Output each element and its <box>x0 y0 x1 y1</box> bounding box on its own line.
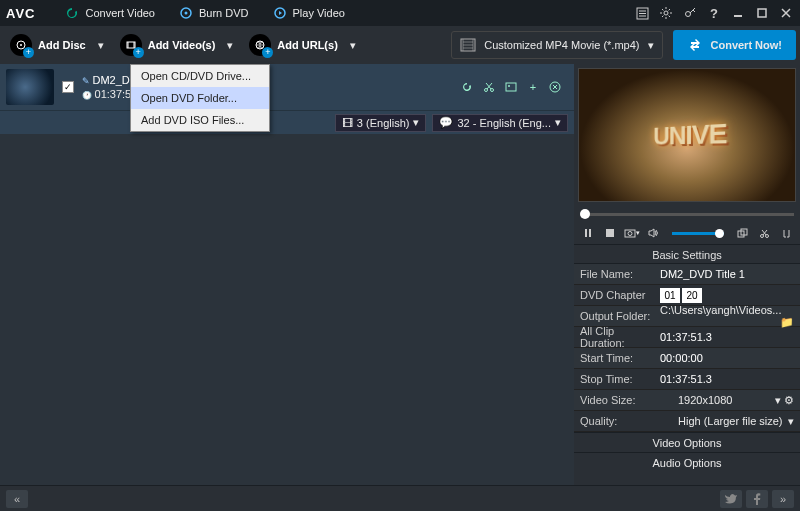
pause-button[interactable] <box>580 225 596 241</box>
expand-right-button[interactable]: » <box>772 490 794 508</box>
setting-row-duration: All Clip Duration:01:37:51.3 <box>574 327 800 348</box>
video-track-selector[interactable]: 🎞 3 (English) ▾ <box>335 114 427 132</box>
minimize-button[interactable] <box>730 5 746 21</box>
tab-play-video[interactable]: Play Video <box>261 0 357 26</box>
chapter-from-input[interactable]: 01 <box>660 288 680 303</box>
button-label: Add URL(s) <box>277 39 338 51</box>
menu-add-dvd-iso[interactable]: Add DVD ISO Files... <box>131 109 269 131</box>
dropdown-icon[interactable]: ▾ <box>348 40 358 50</box>
dropdown-icon: ▾ <box>648 39 654 52</box>
detach-preview-icon[interactable] <box>734 225 750 241</box>
remove-item-icon[interactable] <box>548 80 562 94</box>
video-options-toggle[interactable]: Video Options <box>574 432 800 452</box>
facebook-icon[interactable] <box>746 490 768 508</box>
collapse-left-button[interactable]: « <box>6 490 28 508</box>
settings-icon[interactable] <box>658 5 674 21</box>
file-list-panel: ✓ ✎ DM2_DVD 🕐 01:37:5 + 🎞 3 (English) ▾ <box>0 64 574 511</box>
svg-point-4 <box>664 11 668 15</box>
tab-label: Convert Video <box>85 7 155 19</box>
chapter-to-input[interactable]: 20 <box>682 288 702 303</box>
close-button[interactable] <box>778 5 794 21</box>
refresh-item-icon[interactable] <box>460 80 474 94</box>
video-thumbnail <box>6 69 54 105</box>
svg-rect-17 <box>606 229 614 237</box>
stop-button[interactable] <box>602 225 618 241</box>
video-preview: UNIVE <box>578 68 796 202</box>
cut-item-icon[interactable] <box>482 80 496 94</box>
bracket-icon[interactable] <box>778 225 794 241</box>
tab-label: Burn DVD <box>199 7 249 19</box>
profile-label: Customized MP4 Movie (*.mp4) <box>484 39 639 51</box>
track-label: 32 - English (Eng... <box>457 117 551 129</box>
seek-handle[interactable] <box>580 209 590 219</box>
edit-item-icon[interactable] <box>504 80 518 94</box>
quality-value[interactable]: High (Larger file size) <box>678 415 783 427</box>
browse-folder-icon[interactable]: 📁 <box>780 316 794 329</box>
dropdown-icon: ▾ <box>413 116 419 129</box>
twitter-icon[interactable] <box>720 490 742 508</box>
help-icon[interactable]: ? <box>706 5 722 21</box>
preview-frame-text: UNIVE <box>653 117 726 151</box>
setting-row-video-size: Video Size:1920x1080▾ ⚙ <box>574 390 800 411</box>
maximize-button[interactable] <box>754 5 770 21</box>
menu-open-dvd-folder[interactable]: Open DVD Folder... <box>131 87 269 109</box>
svg-point-19 <box>628 232 632 236</box>
audio-track-selector[interactable]: 💬 32 - English (Eng... ▾ <box>432 114 568 132</box>
add-disc-button[interactable]: Add Disc ▾ <box>4 30 112 60</box>
duration-value: 01:37:51.3 <box>660 331 794 343</box>
dropdown-icon[interactable]: ▾ <box>788 415 794 428</box>
globe-add-icon <box>249 34 271 56</box>
add-videos-button[interactable]: Add Video(s) ▾ <box>114 30 242 60</box>
setting-row-output: Output Folder:C:\Users\yangh\Videos... 📁 <box>574 306 800 327</box>
key-icon[interactable] <box>682 5 698 21</box>
preview-settings-panel: UNIVE ▾ Basic Settings File Name:DM2_DVD… <box>574 64 800 511</box>
size-settings-icon[interactable]: ⚙ <box>784 394 794 406</box>
output-folder-value: C:\Users\yangh\Videos... <box>660 304 781 316</box>
volume-icon[interactable] <box>646 225 662 241</box>
add-videos-dropdown-menu: Open CD/DVD Drive... Open DVD Folder... … <box>130 64 270 132</box>
track-label: 3 (English) <box>357 117 410 129</box>
dropdown-icon: ▾ <box>555 116 561 129</box>
tab-burn-dvd[interactable]: Burn DVD <box>167 0 261 26</box>
disc-icon <box>179 6 193 20</box>
stop-time-value[interactable]: 01:37:51.3 <box>660 373 794 385</box>
button-label: Convert Now! <box>711 39 783 51</box>
svg-rect-6 <box>758 9 766 17</box>
start-time-value[interactable]: 00:00:00 <box>660 352 794 364</box>
setting-row-filename: File Name:DM2_DVD Title 1 <box>574 264 800 285</box>
convert-now-button[interactable]: Convert Now! <box>673 30 797 60</box>
video-size-value[interactable]: 1920x1080 <box>678 394 732 406</box>
options-icon[interactable] <box>634 5 650 21</box>
dropdown-icon[interactable]: ▾ <box>225 40 235 50</box>
convert-icon <box>687 37 703 53</box>
menu-open-cd-dvd-drive[interactable]: Open CD/DVD Drive... <box>131 65 269 87</box>
refresh-icon <box>65 6 79 20</box>
filename-value[interactable]: DM2_DVD Title 1 <box>660 268 794 280</box>
audio-options-toggle[interactable]: Audio Options <box>574 452 800 472</box>
tab-convert-video[interactable]: Convert Video <box>53 0 167 26</box>
item-checkbox[interactable]: ✓ <box>62 81 74 93</box>
dropdown-icon[interactable]: ▾ <box>775 394 781 406</box>
button-label: Add Disc <box>38 39 86 51</box>
add-subitem-icon[interactable]: + <box>526 80 540 94</box>
video-item[interactable]: ✓ ✎ DM2_DVD 🕐 01:37:5 + <box>0 64 574 110</box>
snapshot-button[interactable]: ▾ <box>624 225 640 241</box>
tab-label: Play Video <box>293 7 345 19</box>
svg-rect-14 <box>506 83 516 91</box>
add-urls-button[interactable]: Add URL(s) ▾ <box>243 30 364 60</box>
setting-row-quality: Quality:High (Larger file size)▾ <box>574 411 800 432</box>
trim-icon[interactable] <box>756 225 772 241</box>
film-icon: 🎞 <box>342 117 353 129</box>
seek-bar[interactable] <box>574 206 800 222</box>
dropdown-icon[interactable]: ▾ <box>96 40 106 50</box>
item-track-row: 🎞 3 (English) ▾ 💬 32 - English (Eng... ▾ <box>0 110 574 134</box>
app-logo: AVC <box>6 6 35 21</box>
output-profile-selector[interactable]: Customized MP4 Movie (*.mp4) ▾ <box>451 31 662 59</box>
speech-icon: 💬 <box>439 116 453 129</box>
button-label: Add Video(s) <box>148 39 216 51</box>
play-icon <box>273 6 287 20</box>
svg-point-1 <box>185 12 188 15</box>
volume-slider[interactable] <box>672 232 724 235</box>
setting-row-stop: Stop Time:01:37:51.3 <box>574 369 800 390</box>
profile-icon <box>460 38 476 52</box>
